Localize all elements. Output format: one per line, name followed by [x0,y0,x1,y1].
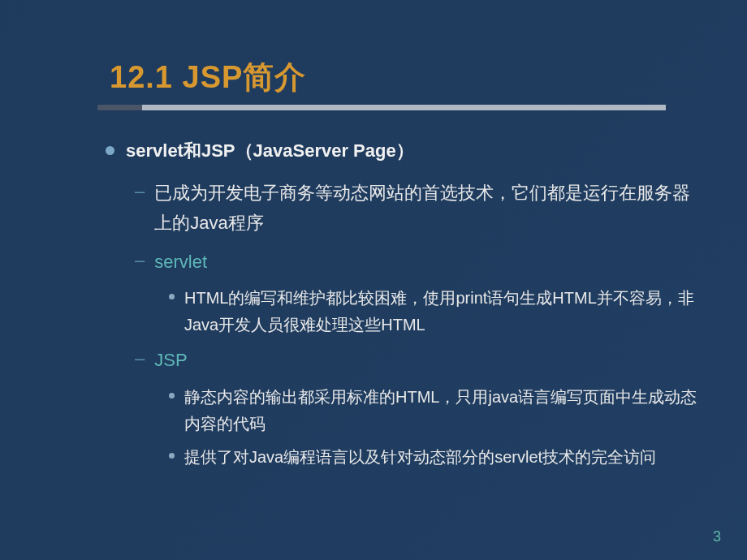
bullet-icon [106,146,114,155]
jsp-heading-row: – JSP [135,345,698,375]
jsp-item2: 提供了对Java编程语言以及针对动态部分的servlet技术的完全访问 [184,444,656,471]
underline-accent [97,105,142,110]
servlet-item-row: HTML的编写和维护都比较困难，使用print语句生成HTML并不容易，非Jav… [169,285,698,338]
content-area: servlet和JSP（JavaServer Page） – 已成为开发电子商务… [106,139,698,471]
title-block: 12.1 JSP简介 [110,57,747,110]
servlet-heading: servlet [154,247,207,277]
dash-icon: – [135,176,145,206]
bullet-small-icon [169,393,175,398]
underline-main [142,105,666,110]
intro-row: – 已成为开发电子商务等动态网站的首选技术，它们都是运行在服务器上的Java程序 [135,178,698,239]
jsp-item1-row: 静态内容的输出都采用标准的HTML，只用java语言编写页面中生成动态内容的代码 [169,384,698,437]
jsp-heading: JSP [154,345,187,375]
intro-text: 已成为开发电子商务等动态网站的首选技术，它们都是运行在服务器上的Java程序 [154,178,698,239]
dash-icon: – [135,343,145,373]
servlet-item1: HTML的编写和维护都比较困难，使用print语句生成HTML并不容易，非Jav… [184,285,698,338]
main-heading: servlet和JSP（JavaServer Page） [126,139,414,163]
jsp-item1: 静态内容的输出都采用标准的HTML，只用java语言编写页面中生成动态内容的代码 [184,384,698,437]
slide-container: 12.1 JSP简介 servlet和JSP（JavaServer Page） … [0,0,747,471]
bullet-small-icon [169,453,175,459]
bullet-small-icon [169,294,175,299]
title-underline [97,105,666,110]
jsp-item2-row: 提供了对Java编程语言以及针对动态部分的servlet技术的完全访问 [169,444,698,471]
slide-title: 12.1 JSP简介 [110,57,747,98]
dash-icon: – [135,245,145,275]
page-number: 3 [713,528,721,545]
main-heading-row: servlet和JSP（JavaServer Page） [106,139,698,163]
servlet-heading-row: – servlet [135,247,698,277]
